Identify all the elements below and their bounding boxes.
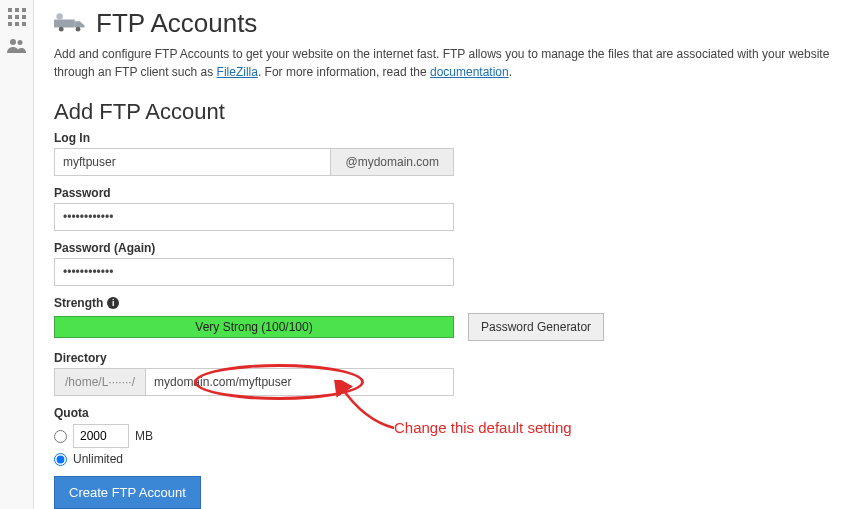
password-field: Password — [54, 186, 830, 231]
page-header: FTP Accounts — [54, 8, 830, 39]
section-heading: Add FTP Account — [54, 99, 830, 125]
svg-rect-7 — [15, 22, 19, 26]
password-input[interactable] — [54, 203, 454, 231]
quota-unlimited-option[interactable]: Unlimited — [54, 452, 830, 466]
svg-point-13 — [59, 27, 64, 32]
strength-meter: Very Strong (100/100) — [54, 316, 454, 338]
quota-size-unit: MB — [135, 429, 153, 443]
quota-unlimited-radio[interactable] — [54, 453, 67, 466]
login-domain-suffix: @mydomain.com — [330, 148, 454, 176]
quota-size-input[interactable] — [73, 424, 129, 448]
quota-label: Quota — [54, 406, 830, 420]
quota-unlimited-label: Unlimited — [73, 452, 123, 466]
svg-point-10 — [17, 40, 22, 45]
svg-point-9 — [10, 39, 16, 45]
login-field: Log In @mydomain.com — [54, 131, 830, 176]
quota-size-radio[interactable] — [54, 430, 67, 443]
login-label: Log In — [54, 131, 830, 145]
svg-rect-5 — [22, 15, 26, 19]
svg-point-14 — [76, 27, 81, 32]
truck-icon — [54, 9, 86, 38]
info-icon[interactable]: i — [107, 297, 119, 309]
password-again-input[interactable] — [54, 258, 454, 286]
password-again-field: Password (Again) — [54, 241, 830, 286]
login-input[interactable] — [54, 148, 330, 176]
svg-rect-4 — [15, 15, 19, 19]
grid-icon[interactable] — [8, 8, 26, 26]
filezilla-link[interactable]: FileZilla — [217, 65, 258, 79]
sidebar — [0, 0, 34, 509]
directory-label: Directory — [54, 351, 830, 365]
desc-text: . — [509, 65, 512, 79]
create-ftp-account-button[interactable]: Create FTP Account — [54, 476, 201, 509]
password-generator-button[interactable]: Password Generator — [468, 313, 604, 341]
page-description: Add and configure FTP Accounts to get yo… — [54, 45, 830, 81]
page-title: FTP Accounts — [96, 8, 257, 39]
svg-point-11 — [56, 13, 62, 19]
strength-label: Strength — [54, 296, 103, 310]
documentation-link[interactable]: documentation — [430, 65, 509, 79]
main-content: FTP Accounts Add and configure FTP Accou… — [34, 0, 850, 509]
desc-text: . For more information, read the — [258, 65, 430, 79]
svg-rect-6 — [8, 22, 12, 26]
password-again-label: Password (Again) — [54, 241, 830, 255]
svg-rect-1 — [15, 8, 19, 12]
password-label: Password — [54, 186, 830, 200]
svg-rect-3 — [8, 15, 12, 19]
directory-field: Directory /home/L·······/ — [54, 351, 830, 396]
quota-field: Quota MB Unlimited — [54, 406, 830, 466]
users-icon[interactable] — [7, 38, 27, 54]
svg-rect-2 — [22, 8, 26, 12]
svg-rect-8 — [22, 22, 26, 26]
annotation-text: Change this default setting — [394, 419, 572, 436]
svg-rect-12 — [54, 20, 75, 28]
strength-field: Strength i Very Strong (100/100) Passwor… — [54, 296, 830, 341]
svg-rect-0 — [8, 8, 12, 12]
directory-prefix: /home/L·······/ — [54, 368, 145, 396]
directory-input[interactable] — [145, 368, 454, 396]
